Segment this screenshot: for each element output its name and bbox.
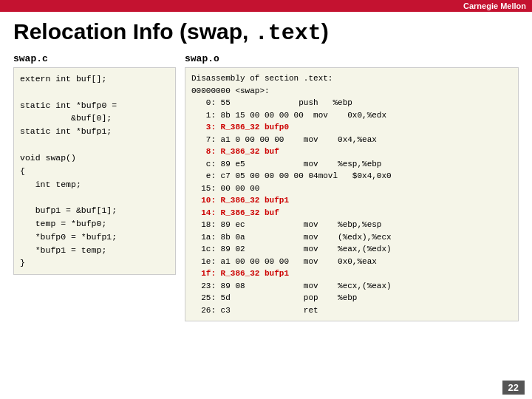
disassembly-line: 18: 89 ec mov %ebp,%esp: [191, 219, 512, 231]
disassembly-line: 1: 8b 15 00 00 00 00 mov 0x0,%edx: [191, 109, 512, 122]
page-title: Relocation Info (swap, .text): [13, 19, 519, 46]
title-text-end: ): [321, 19, 329, 44]
disassembly-line: c: 89 e5 mov %esp,%ebp: [191, 158, 512, 171]
title-text-mono: .text: [255, 21, 321, 46]
right-col-label: swap.o: [185, 53, 519, 64]
main-content: Relocation Info (swap, .text) swap.c ext…: [0, 12, 532, 327]
university-label: Carnegie Mellon: [463, 1, 526, 10]
disassembly-line: 1a: 8b 0a mov (%edx),%ecx: [191, 231, 512, 244]
disassembly-line: 26: c3 ret: [191, 304, 512, 317]
disassembly-line: 00000000 <swap>:: [191, 85, 512, 98]
disassembly-line: 23: 89 08 mov %ecx,(%eax): [191, 280, 512, 293]
disassembly-line: 10: R_386_32 bufp1: [191, 194, 512, 207]
right-column: swap.o Disassembly of section .text:0000…: [185, 53, 519, 321]
top-bar: Carnegie Mellon: [0, 0, 532, 12]
disassembly-line: 8: R_386_32 buf: [191, 146, 512, 158]
disassembly-line: e: c7 05 00 00 00 00 04movl $0x4,0x0: [191, 170, 512, 183]
left-code-box: extern int buf[]; static int *bufp0 = &b…: [13, 67, 176, 275]
disassembly-line: 25: 5d pop %ebp: [191, 292, 512, 304]
disassembly-line: 1c: 89 02 mov %eax,(%edx): [191, 243, 512, 256]
title-text-plain: Relocation Info (swap,: [13, 19, 255, 44]
right-code-box: Disassembly of section .text:00000000 <s…: [185, 67, 519, 321]
disassembly-line: 1f: R_386_32 bufp1: [191, 267, 512, 280]
disassembly-line: 0: 55 push %ebp: [191, 97, 512, 109]
columns: swap.c extern int buf[]; static int *buf…: [13, 53, 519, 321]
slide-number: 22: [502, 381, 525, 395]
disassembly-line: 14: R_386_32 buf: [191, 207, 512, 219]
disassembly-line: 7: a1 0 00 00 00 mov 0x4,%eax: [191, 134, 512, 146]
disassembly-header: Disassembly of section .text:: [191, 72, 512, 85]
disassembly-line: 1e: a1 00 00 00 00 mov 0x0,%eax: [191, 256, 512, 268]
disassembly-line: 15: 00 00 00: [191, 183, 512, 195]
left-col-label: swap.c: [13, 53, 176, 64]
disassembly-line: 3: R_386_32 bufp0: [191, 121, 512, 134]
left-column: swap.c extern int buf[]; static int *buf…: [13, 53, 176, 275]
